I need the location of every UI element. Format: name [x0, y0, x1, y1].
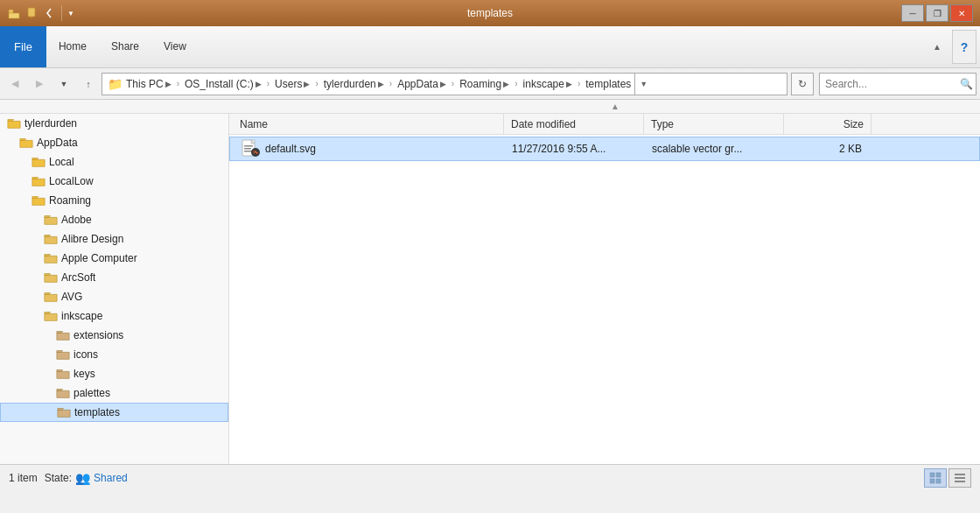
addr-user[interactable]: tylerdurden ▶ — [324, 78, 384, 90]
sidebar-item-label: Roaming — [49, 194, 91, 207]
folder-icon — [57, 405, 71, 419]
ribbon-file-button[interactable]: File — [0, 26, 46, 67]
addr-users[interactable]: Users ▶ — [275, 78, 310, 90]
addr-appdata[interactable]: AppData ▶ — [397, 78, 446, 90]
scroll-up-arrow: ▲ — [611, 102, 620, 111]
file-name: default.svg — [265, 143, 316, 155]
sidebar-item-label: palettes — [74, 387, 110, 399]
sidebar-item[interactable]: palettes — [0, 383, 228, 403]
svg-rect-9 — [930, 473, 934, 477]
addr-drive[interactable]: OS_Install (C:) ▶ — [185, 78, 262, 90]
view-buttons — [924, 468, 971, 488]
sidebar-item-label: LocalLow — [49, 175, 94, 187]
state-info: State: 👥 Shared — [45, 471, 128, 485]
svg-rect-1 — [9, 13, 19, 18]
svg-rect-5 — [244, 145, 253, 147]
sidebar-item[interactable]: inkscape — [0, 306, 228, 326]
minimize-button[interactable]: ─ — [901, 4, 924, 22]
column-header-date[interactable]: Date modified — [504, 114, 644, 134]
sidebar-item-label: Local — [49, 156, 74, 168]
tab-home[interactable]: Home — [46, 26, 99, 67]
svg-rect-15 — [955, 481, 965, 482]
details-view-button[interactable] — [924, 468, 947, 488]
item-count: 1 item — [9, 472, 38, 484]
sidebar-item[interactable]: Adobe — [0, 210, 228, 229]
table-row[interactable]: default.svg11/27/2016 9:55 A...scalable … — [229, 137, 980, 161]
addr-inkscape[interactable]: inkscape ▶ — [523, 78, 572, 90]
folder-icon — [56, 348, 70, 362]
back-button[interactable]: ◀ — [4, 73, 26, 95]
address-bar[interactable]: 📁 This PC ▶ › OS_Install (C:) ▶ › Users … — [102, 73, 788, 95]
sidebar-item-label: icons — [74, 348, 98, 361]
sidebar-item-label: keys — [74, 368, 95, 380]
sidebar-item[interactable]: AVG — [0, 287, 228, 306]
title-bar-left: ▼ — [7, 5, 74, 21]
addr-roaming[interactable]: Roaming ▶ — [459, 78, 509, 90]
file-type: scalable vector gr... — [645, 143, 785, 155]
recent-locations-button[interactable]: ▼ — [52, 73, 75, 95]
svg-rect-7 — [244, 151, 252, 152]
list-view-button[interactable] — [948, 468, 971, 488]
sidebar-item[interactable]: Local — [0, 152, 228, 172]
sidebar-item-label: ArcSoft — [61, 271, 95, 284]
column-header-size[interactable]: Size — [784, 114, 872, 134]
back-arrow-icon — [42, 6, 56, 20]
svg-rect-10 — [936, 473, 941, 477]
file-icon — [241, 139, 260, 158]
quick-access-dropdown[interactable]: ▼ — [67, 10, 74, 18]
folder-icon — [44, 213, 58, 227]
help-button[interactable]: ? — [952, 30, 976, 64]
state-label: State: — [45, 472, 72, 484]
folder-icon — [44, 232, 58, 246]
sidebar-item[interactable]: AppData — [0, 133, 228, 152]
window-title: templates — [0, 7, 980, 19]
svg-rect-11 — [930, 479, 934, 483]
close-button[interactable]: ✕ — [950, 4, 973, 22]
up-button[interactable]: ↑ — [77, 73, 100, 95]
sidebar-item[interactable]: Apple Computer — [0, 249, 228, 268]
sidebar-item-label: inkscape — [61, 310, 102, 322]
search-icon: 🔍 — [960, 78, 973, 90]
refresh-button[interactable]: ↻ — [791, 73, 814, 95]
sidebar-item[interactable]: icons — [0, 345, 228, 364]
search-input[interactable] — [825, 78, 956, 90]
tab-view[interactable]: View — [151, 26, 199, 67]
svg-rect-13 — [955, 474, 965, 475]
sidebar-item-label: extensions — [74, 329, 123, 341]
sidebar-item[interactable]: extensions — [0, 326, 228, 345]
app-icon — [7, 6, 21, 20]
sidebar-item-label: tylerdurden — [24, 117, 77, 130]
sidebar-item[interactable]: keys — [0, 364, 228, 383]
main-content: tylerdurden AppData Local LocalLow Roami… — [0, 114, 980, 464]
folder-icon — [7, 116, 21, 130]
restore-button[interactable]: ❐ — [926, 4, 948, 22]
svg-rect-2 — [28, 8, 35, 17]
column-header-type[interactable]: Type — [644, 114, 784, 134]
folder-icon — [56, 328, 70, 342]
shared-label: Shared — [94, 472, 128, 484]
ribbon-collapse-button[interactable]: ▲ — [926, 26, 948, 67]
file-list: Name Date modified Type Size default.svg… — [229, 114, 980, 464]
file-items: default.svg11/27/2016 9:55 A...scalable … — [229, 135, 980, 464]
column-header-name[interactable]: Name — [233, 114, 504, 134]
address-dropdown-button[interactable]: ▼ — [634, 73, 652, 95]
forward-button[interactable]: ▶ — [28, 73, 51, 95]
column-headers: Name Date modified Type Size — [229, 114, 980, 135]
svg-rect-12 — [936, 479, 941, 483]
folder-icon — [44, 290, 58, 304]
sidebar-item[interactable]: LocalLow — [0, 172, 228, 191]
sidebar-item[interactable]: templates — [0, 403, 228, 422]
sidebar-item[interactable]: Alibre Design — [0, 229, 228, 249]
sidebar-item[interactable]: ArcSoft — [0, 268, 228, 287]
sidebar-item[interactable]: Roaming — [0, 191, 228, 210]
folder-icon — [44, 271, 58, 285]
sidebar-item[interactable]: tylerdurden — [0, 114, 228, 133]
tab-share[interactable]: Share — [99, 26, 151, 67]
addr-this-pc[interactable]: This PC ▶ — [126, 78, 172, 90]
folder-icon — [56, 386, 70, 400]
addr-templates[interactable]: templates — [585, 78, 631, 90]
search-box[interactable]: 🔍 — [819, 73, 976, 95]
toolbar-separator — [61, 5, 62, 21]
folder-icon — [32, 193, 46, 207]
sidebar-item-label: templates — [74, 406, 120, 418]
